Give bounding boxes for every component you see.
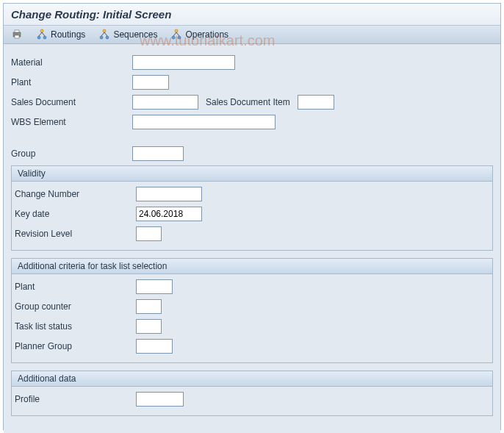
- svg-line-18: [176, 32, 179, 36]
- change-number-input[interactable]: [136, 187, 202, 201]
- svg-point-3: [18, 33, 20, 35]
- svg-rect-2: [15, 35, 19, 38]
- plant-input[interactable]: [132, 75, 169, 90]
- group-input[interactable]: [132, 146, 184, 161]
- form-area: Material Plant Sales Document Sales Docu…: [4, 44, 500, 433]
- group-label: Group: [11, 148, 132, 159]
- group-counter-label: Group counter: [15, 301, 136, 312]
- toolbar: Routings Sequences: [4, 25, 500, 44]
- svg-point-11: [106, 36, 109, 39]
- svg-point-15: [172, 36, 175, 39]
- key-date-input[interactable]: [136, 207, 202, 221]
- planner-group-label: Planner Group: [15, 341, 136, 351]
- hierarchy-icon: [98, 29, 110, 40]
- sales-document-input[interactable]: [132, 95, 198, 110]
- sales-document-item-input[interactable]: [298, 95, 334, 110]
- group-counter-input[interactable]: [136, 299, 162, 314]
- print-button[interactable]: [11, 29, 23, 40]
- material-input[interactable]: [132, 55, 235, 70]
- wbs-element-label: WBS Element: [11, 117, 132, 127]
- additional-data-header: Additional data: [12, 371, 492, 387]
- task-list-status-label: Task list status: [15, 321, 136, 332]
- operations-label: Operations: [185, 29, 228, 40]
- revision-level-label: Revision Level: [15, 229, 136, 239]
- svg-rect-1: [15, 30, 19, 32]
- routings-button[interactable]: Routings: [36, 29, 85, 40]
- sales-document-item-label: Sales Document Item: [206, 97, 290, 107]
- print-icon: [11, 29, 23, 40]
- wbs-element-input[interactable]: [132, 115, 276, 129]
- planner-group-input[interactable]: [136, 339, 173, 354]
- svg-line-7: [39, 32, 42, 36]
- revision-level-input[interactable]: [136, 226, 162, 241]
- svg-point-10: [100, 36, 103, 39]
- svg-point-6: [43, 36, 46, 39]
- routings-label: Routings: [51, 29, 85, 40]
- plant-label: Plant: [11, 77, 132, 87]
- svg-line-8: [42, 32, 45, 36]
- sequences-label: Sequences: [113, 29, 157, 40]
- profile-input[interactable]: [136, 392, 184, 407]
- validity-header: Validity: [12, 166, 492, 182]
- additional-criteria-groupbox: Additional criteria for task list select…: [11, 258, 493, 363]
- operations-button[interactable]: Operations: [170, 29, 228, 40]
- svg-point-9: [103, 29, 106, 32]
- validity-groupbox: Validity Change Number Key date Revision…: [11, 165, 493, 251]
- svg-point-14: [175, 29, 178, 32]
- key-date-label: Key date: [15, 209, 136, 219]
- hierarchy-icon: [36, 29, 48, 40]
- svg-point-16: [178, 36, 181, 39]
- profile-label: Profile: [15, 394, 136, 404]
- svg-point-5: [37, 36, 40, 39]
- svg-line-12: [101, 32, 104, 36]
- hierarchy-icon: [170, 29, 182, 40]
- svg-line-13: [104, 32, 107, 36]
- task-list-status-input[interactable]: [136, 319, 162, 334]
- title-bar: Change Routing: Initial Screen: [4, 4, 500, 25]
- additional-data-groupbox: Additional data Profile: [11, 371, 493, 416]
- additional-criteria-header: Additional criteria for task list select…: [12, 259, 492, 274]
- material-label: Material: [11, 57, 132, 68]
- ac-plant-label: Plant: [15, 282, 136, 292]
- svg-point-4: [40, 29, 43, 32]
- sales-document-label: Sales Document: [11, 97, 132, 107]
- main-window: Change Routing: Initial Screen: [3, 3, 501, 430]
- page-title: Change Routing: Initial Screen: [11, 8, 171, 21]
- sequences-button[interactable]: Sequences: [98, 29, 157, 40]
- svg-line-17: [173, 32, 176, 36]
- change-number-label: Change Number: [15, 189, 136, 199]
- ac-plant-input[interactable]: [136, 279, 173, 294]
